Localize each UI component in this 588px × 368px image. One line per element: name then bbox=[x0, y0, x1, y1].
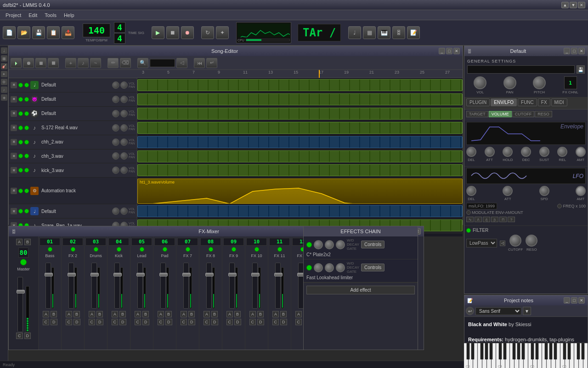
automation-segment[interactable]: ht1_3.waveVolume bbox=[137, 178, 463, 204]
track-mute-icon[interactable]: ✖ bbox=[11, 125, 17, 131]
project-notes-btn[interactable]: 📝 bbox=[407, 26, 420, 39]
notes-close[interactable]: ✕ bbox=[578, 297, 585, 304]
piano-black-key[interactable] bbox=[582, 343, 584, 359]
track-pan-knob[interactable] bbox=[120, 81, 128, 89]
zoom-input[interactable]: 200% bbox=[150, 59, 175, 67]
effect-enable-btn-2[interactable] bbox=[306, 265, 312, 270]
ch-enable-btn[interactable] bbox=[186, 247, 190, 252]
track-segment-full[interactable] bbox=[137, 122, 463, 134]
ch-letter-b[interactable]: B bbox=[96, 311, 103, 317]
piano-black-key[interactable] bbox=[549, 343, 552, 359]
se-record-btn[interactable]: ⏺ bbox=[23, 58, 34, 68]
ch-letter-a[interactable]: A bbox=[226, 311, 233, 317]
track-led-2[interactable] bbox=[24, 126, 29, 130]
se-zoom-in-btn[interactable]: 🔍 bbox=[137, 58, 148, 68]
ch-letter-b[interactable]: B bbox=[165, 311, 172, 317]
env-del-knob[interactable] bbox=[466, 147, 476, 157]
cutoff-knob[interactable] bbox=[509, 235, 521, 247]
track-content[interactable]: ht1_3.waveVolume bbox=[137, 178, 463, 204]
lfo-shape-sine[interactable]: ∿ bbox=[466, 217, 474, 222]
piano-black-key[interactable] bbox=[536, 343, 538, 359]
lfo-del-knob[interactable] bbox=[466, 186, 476, 196]
track-mute-icon[interactable]: ✖ bbox=[11, 110, 17, 117]
sidebar-icon-4[interactable]: ✦ bbox=[1, 71, 7, 77]
piano-black-key[interactable] bbox=[517, 343, 520, 359]
ch-fader-thumb[interactable] bbox=[182, 273, 191, 276]
effect-gate-knob-2[interactable] bbox=[336, 263, 345, 272]
track-mute-icon[interactable]: ✖ bbox=[11, 188, 17, 194]
ch-letter-a[interactable]: A bbox=[112, 311, 118, 317]
master-letter-a[interactable]: A bbox=[16, 239, 23, 245]
ch-letter-c[interactable]: C bbox=[249, 319, 256, 325]
lfo-spd-knob[interactable] bbox=[539, 186, 549, 196]
ch-fader-thumb[interactable] bbox=[90, 273, 99, 276]
ch-letter-a[interactable]: A bbox=[204, 311, 210, 317]
ch-fader[interactable] bbox=[114, 263, 120, 309]
ip-min[interactable]: _ bbox=[564, 48, 570, 54]
song-editor-close[interactable]: ✕ bbox=[453, 48, 460, 54]
se-draw-btn[interactable]: ✏ bbox=[107, 58, 119, 68]
track-vol-knob[interactable] bbox=[112, 96, 119, 103]
bpm-display[interactable]: 140 bbox=[83, 23, 110, 37]
track-pan-knob[interactable] bbox=[120, 152, 128, 160]
sidebar-icon-6[interactable]: ♪ bbox=[1, 86, 7, 93]
loop-btn[interactable]: ↻ bbox=[201, 26, 214, 39]
song-editor-btn[interactable]: ♩ bbox=[348, 26, 361, 39]
ch-letter-b[interactable]: B bbox=[74, 311, 80, 317]
env-dec-knob[interactable] bbox=[521, 147, 531, 157]
master-fader[interactable] bbox=[17, 277, 23, 332]
ch-letter-a[interactable]: A bbox=[66, 311, 72, 317]
track-vol-knob[interactable] bbox=[112, 110, 119, 117]
ch-enable-btn[interactable] bbox=[94, 247, 98, 252]
lfo-freq-radio[interactable] bbox=[557, 204, 562, 208]
track-content[interactable] bbox=[137, 204, 463, 218]
ch-letter-d[interactable]: D bbox=[188, 319, 195, 325]
preset-name-input[interactable]: Default bbox=[467, 65, 575, 74]
piano-black-key[interactable] bbox=[568, 343, 571, 359]
track-led-2[interactable] bbox=[24, 189, 29, 193]
notes-undo-btn[interactable]: ↩ bbox=[466, 307, 474, 315]
track-led[interactable] bbox=[18, 209, 23, 213]
track-pan-knob[interactable] bbox=[120, 124, 128, 132]
master-fader-thumb[interactable] bbox=[17, 290, 25, 293]
effect-enable-btn[interactable] bbox=[306, 242, 312, 247]
notes-min[interactable]: _ bbox=[564, 297, 570, 304]
menu-tools[interactable]: Tools bbox=[41, 12, 60, 19]
piano-black-key[interactable] bbox=[513, 343, 515, 359]
ch-letter-d[interactable]: D bbox=[96, 319, 103, 325]
track-mute-icon[interactable]: ✖ bbox=[11, 139, 17, 145]
pan-knob[interactable] bbox=[503, 76, 516, 89]
sidebar-icon-5[interactable]: ⚙ bbox=[1, 79, 7, 85]
save-as-btn[interactable]: 📋 bbox=[47, 26, 60, 39]
track-vol-knob[interactable] bbox=[112, 138, 119, 146]
env-rel-knob[interactable] bbox=[557, 147, 567, 157]
menu-project[interactable]: Project bbox=[2, 12, 25, 19]
track-content[interactable] bbox=[137, 107, 463, 121]
se-erase-btn[interactable]: ⌫ bbox=[120, 58, 131, 68]
track-content[interactable] bbox=[137, 150, 463, 163]
tab-func[interactable]: FUNC bbox=[518, 98, 537, 106]
ch-enable-btn[interactable] bbox=[209, 247, 213, 252]
track-led[interactable] bbox=[18, 154, 23, 158]
ch-fader[interactable] bbox=[229, 263, 235, 309]
minimize-btn[interactable]: ▲ bbox=[561, 2, 569, 8]
ch-enable-btn[interactable] bbox=[48, 247, 52, 252]
ch-letter-c[interactable]: C bbox=[43, 319, 50, 325]
track-led-2[interactable] bbox=[24, 111, 29, 116]
effect-gate-knob[interactable] bbox=[336, 240, 345, 249]
piano-black-key[interactable] bbox=[481, 343, 483, 359]
reso-knob[interactable] bbox=[526, 235, 537, 247]
effect-controls-btn[interactable]: Controls bbox=[361, 241, 384, 248]
track-segment-full[interactable] bbox=[137, 136, 463, 148]
track-vol-knob[interactable] bbox=[112, 152, 119, 160]
lfo-shape-rsaw[interactable]: |\ bbox=[491, 217, 498, 222]
filter-prev-btn[interactable]: ◁ bbox=[500, 241, 505, 246]
track-led[interactable] bbox=[18, 168, 23, 172]
ip-close[interactable]: ✕ bbox=[578, 48, 585, 54]
lfo-amt-knob[interactable] bbox=[576, 186, 586, 196]
effect-wd-knob[interactable] bbox=[314, 240, 323, 249]
piano-black-key[interactable] bbox=[499, 343, 502, 359]
notes-max[interactable]: □ bbox=[571, 297, 577, 304]
track-vol-knob[interactable] bbox=[112, 81, 119, 89]
ch-enable-btn[interactable] bbox=[277, 247, 282, 252]
